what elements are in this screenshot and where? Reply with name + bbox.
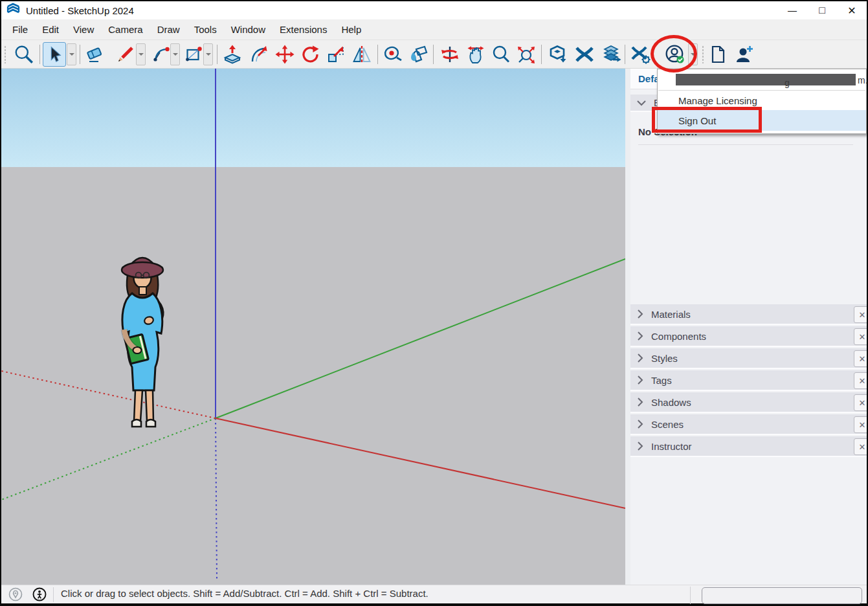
select-cursor-icon — [45, 45, 63, 63]
rotate-tool-button[interactable] — [298, 42, 322, 67]
send-to-layout-button[interactable] — [599, 42, 625, 67]
menu-help[interactable]: Help — [334, 19, 368, 39]
default-tray-panel: Default Tray Entity Info No Selection Ma… — [630, 69, 867, 585]
toolbar-grip-2[interactable] — [702, 45, 705, 63]
title-bar: Untitled - SketchUp 2024 — □ ✕ — [1, 1, 867, 19]
search-tool-button[interactable] — [11, 42, 37, 67]
status-separator — [53, 587, 54, 602]
tray-panel-shadows[interactable]: Shadows ✕ — [630, 392, 867, 413]
move-tool-button[interactable] — [273, 42, 296, 67]
sketchup-logo-icon — [6, 3, 20, 18]
zoom-icon — [491, 45, 511, 64]
line-pencil-icon — [116, 45, 135, 64]
measurements-input[interactable] — [702, 587, 862, 604]
select-tool-dropdown[interactable] — [67, 43, 76, 65]
close-panel-button[interactable]: ✕ — [854, 394, 867, 411]
zoom-tool-button[interactable] — [489, 42, 513, 67]
model-viewport[interactable] — [1, 69, 625, 585]
line-tool-dropdown[interactable] — [136, 43, 146, 65]
menu-window[interactable]: Window — [224, 19, 273, 39]
chevron-right-icon — [637, 420, 643, 429]
menu-extensions[interactable]: Extensions — [273, 19, 334, 39]
person-component[interactable] — [115, 252, 183, 432]
add-collaborator-icon — [735, 45, 754, 64]
rectangle-tool-button[interactable] — [183, 42, 206, 67]
extension-warehouse-icon — [575, 45, 594, 64]
geolocation-pin-icon — [8, 587, 23, 601]
menu-camera[interactable]: Camera — [101, 19, 150, 39]
minimize-button[interactable]: — — [777, 1, 807, 19]
new-document-icon — [708, 45, 728, 64]
redaction-bar — [676, 74, 856, 85]
chevron-right-icon — [637, 376, 643, 385]
tray-panel-label: Tags — [651, 375, 672, 386]
chevron-right-icon — [637, 331, 643, 341]
search-icon — [14, 44, 34, 65]
tray-panel-label: Scenes — [651, 419, 684, 430]
paint-bucket-button[interactable] — [406, 42, 430, 67]
zoom-extents-icon — [517, 45, 536, 64]
redacted-fragment: g — [785, 78, 790, 88]
tape-measure-button[interactable] — [381, 42, 405, 67]
3d-warehouse-button[interactable] — [547, 42, 570, 67]
menu-file[interactable]: File — [5, 19, 35, 39]
close-panel-button[interactable]: ✕ — [854, 350, 867, 367]
maximize-button[interactable]: □ — [807, 1, 837, 19]
close-panel-button[interactable]: ✕ — [854, 438, 867, 455]
tray-panel-tags[interactable]: Tags ✕ — [630, 370, 867, 391]
pushpull-tool-button[interactable] — [221, 42, 244, 67]
orbit-tool-button[interactable] — [438, 42, 462, 67]
rotate-icon — [300, 45, 320, 64]
eraser-tool-button[interactable] — [83, 42, 106, 67]
menu-edit[interactable]: Edit — [35, 19, 66, 39]
flip-tool-button[interactable] — [350, 42, 373, 67]
tray-panel-styles[interactable]: Styles ✕ — [630, 348, 867, 369]
close-panel-button[interactable]: ✕ — [854, 372, 867, 389]
menu-draw[interactable]: Draw — [150, 19, 187, 39]
tray-panel-label: Styles — [651, 353, 678, 364]
panel-divider[interactable] — [625, 69, 630, 585]
tray-panel-scenes[interactable]: Scenes ✕ — [630, 414, 867, 435]
close-panel-button[interactable]: ✕ — [854, 328, 867, 345]
menu-tools[interactable]: Tools — [187, 19, 224, 39]
zoom-extents-button[interactable] — [515, 42, 538, 67]
add-collaborator-button[interactable] — [733, 42, 756, 67]
flip-icon — [352, 45, 372, 64]
extension-warehouse-button[interactable] — [573, 42, 596, 67]
arc-tool-button[interactable] — [150, 42, 173, 67]
arc-tool-dropdown[interactable] — [170, 43, 180, 65]
close-button[interactable]: ✕ — [837, 1, 867, 19]
tray-panel-instructor[interactable]: Instructor ✕ — [630, 436, 867, 457]
close-panel-button[interactable]: ✕ — [854, 416, 867, 433]
pan-tool-button[interactable] — [464, 42, 487, 67]
tray-panel-label: Components — [651, 331, 706, 342]
rectangle-tool-dropdown[interactable] — [203, 43, 213, 65]
offset-tool-button[interactable] — [247, 42, 271, 67]
tray-panel-label: Instructor — [651, 441, 692, 452]
entity-separator — [638, 144, 853, 145]
toolbar-grip[interactable] — [4, 45, 7, 63]
chevron-right-icon — [637, 309, 643, 319]
rectangle-icon — [184, 45, 204, 64]
instructor-person-icon — [32, 587, 47, 601]
geolocation-button[interactable] — [8, 587, 23, 604]
entity-info-body: No Selection — [630, 112, 867, 306]
menu-view[interactable]: View — [66, 19, 101, 39]
new-document-button[interactable] — [706, 42, 729, 67]
orbit-icon — [440, 45, 460, 64]
tray-panel-components[interactable]: Components ✕ — [630, 326, 867, 347]
chevron-right-icon — [637, 398, 643, 407]
move-icon — [275, 45, 295, 64]
chevron-right-icon — [637, 354, 643, 363]
scale-tool-button[interactable] — [324, 42, 348, 67]
close-panel-button[interactable]: ✕ — [854, 306, 867, 323]
extension-manager-button[interactable] — [629, 42, 652, 67]
line-tool-button[interactable] — [114, 42, 137, 67]
chevron-right-icon — [637, 442, 643, 451]
instructor-toggle-button[interactable] — [32, 587, 47, 604]
window-title: Untitled - SketchUp 2024 — [26, 5, 134, 16]
tray-panel-materials[interactable]: Materials ✕ — [630, 304, 867, 325]
tray-panel-label: Materials — [651, 309, 691, 320]
pushpull-icon — [223, 45, 242, 64]
select-tool-button[interactable] — [43, 42, 66, 67]
